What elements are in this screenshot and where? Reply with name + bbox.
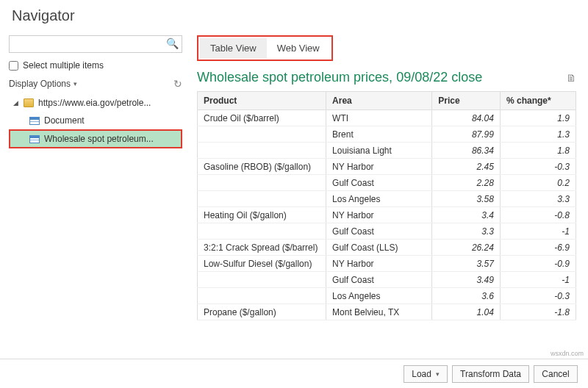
cell-area: Mont Belvieu, TX (326, 304, 432, 320)
cell-product: Crude Oil ($/barrel) (198, 110, 326, 126)
cell-product: Gasoline (RBOB) ($/gallon) (198, 159, 326, 175)
transform-button[interactable]: Transform Data (452, 365, 529, 383)
cell-price: 3.49 (432, 272, 501, 288)
table-row[interactable]: Gulf Coast3.3-1 (198, 223, 576, 240)
cell-product: Propane ($/gallon) (198, 304, 326, 320)
cell-area: NY Harbor (326, 256, 432, 272)
cell-area: Louisiana Light (326, 143, 432, 159)
refresh-icon[interactable]: ↻ (173, 78, 182, 90)
add-column-icon[interactable]: 🗎 (566, 72, 576, 84)
display-options-label: Display Options (9, 79, 71, 89)
source-tree: ◢ https://www.eia.gov/petrole... Documen… (9, 94, 182, 148)
search-icon[interactable]: 🔍 (166, 37, 179, 49)
select-multiple-row[interactable]: Select multiple items (9, 60, 182, 71)
cell-pct: -0.3 (500, 159, 576, 175)
cell-price: 86.34 (432, 143, 501, 159)
transform-label: Transform Data (460, 369, 521, 379)
tree-item-label: Wholesale spot petroleum... (44, 134, 154, 144)
cell-product (198, 126, 326, 143)
cell-pct: 1.8 (500, 143, 576, 159)
select-multiple-checkbox[interactable] (9, 61, 18, 71)
table-row[interactable]: Brent87.991.3 (198, 126, 576, 143)
col-pct[interactable]: % change* (500, 92, 576, 110)
navigator-dialog: Navigator 🔍 Select multiple items Displa… (0, 0, 588, 388)
table-row[interactable]: Gasoline (RBOB) ($/gallon)NY Harbor2.45-… (198, 159, 576, 175)
cell-price: 1.04 (432, 304, 501, 320)
search-box[interactable]: 🔍 (9, 35, 182, 53)
chevron-down-icon: ▾ (436, 370, 440, 378)
cell-area: NY Harbor (326, 207, 432, 223)
cell-area: Gulf Coast (326, 175, 432, 191)
cell-area: Gulf Coast (LLS) (326, 240, 432, 256)
cancel-button[interactable]: Cancel (534, 365, 578, 383)
col-area[interactable]: Area (326, 92, 432, 110)
cell-pct: 3.3 (500, 191, 576, 207)
cell-price: 3.58 (432, 191, 501, 207)
tree-root-node[interactable]: ◢ https://www.eia.gov/petrole... (9, 94, 182, 112)
display-options-button[interactable]: Display Options ▾ (9, 79, 77, 89)
preview-title: Wholesale spot petroleum prices, 09/08/2… (197, 70, 482, 85)
cell-price: 2.28 (432, 175, 501, 191)
cell-price: 3.6 (432, 288, 501, 304)
right-panel: Table View Web View Wholesale spot petro… (190, 31, 588, 359)
cell-product (198, 288, 326, 304)
tree-item-wholesale[interactable]: Wholesale spot petroleum... (9, 129, 182, 148)
cell-pct: -1 (500, 223, 576, 240)
table-icon (29, 117, 40, 125)
cell-pct: -0.9 (500, 256, 576, 272)
tab-web-view[interactable]: Web View (267, 38, 330, 58)
table-row[interactable]: Los Angeles3.6-0.3 (198, 288, 576, 304)
select-multiple-label: Select multiple items (23, 60, 104, 71)
cancel-label: Cancel (542, 369, 569, 379)
tab-table-view[interactable]: Table View (200, 38, 267, 58)
table-row[interactable]: Gulf Coast3.49-1 (198, 272, 576, 288)
cell-area: NY Harbor (326, 159, 432, 175)
cell-pct: 1.3 (500, 126, 576, 143)
cell-price: 3.57 (432, 256, 501, 272)
left-panel: 🔍 Select multiple items Display Options … (0, 31, 190, 359)
cell-pct: -0.3 (500, 288, 576, 304)
cell-product (198, 191, 326, 207)
table-row[interactable]: Crude Oil ($/barrel)WTI84.041.9 (198, 110, 576, 126)
expand-icon[interactable]: ◢ (12, 99, 19, 107)
content-area: 🔍 Select multiple items Display Options … (0, 31, 588, 359)
cell-pct: 1.9 (500, 110, 576, 126)
table-row[interactable]: Propane ($/gallon)Mont Belvieu, TX1.04-1… (198, 304, 576, 320)
preview-header: Wholesale spot petroleum prices, 09/08/2… (197, 70, 576, 85)
cell-area: Los Angeles (326, 288, 432, 304)
cell-product (198, 175, 326, 191)
search-input[interactable] (10, 36, 161, 52)
cell-price: 84.04 (432, 110, 501, 126)
cell-area: Gulf Coast (326, 223, 432, 240)
table-row[interactable]: 3:2:1 Crack Spread ($/barrel)Gulf Coast … (198, 240, 576, 256)
cell-pct: -0.8 (500, 207, 576, 223)
cell-product: Low-Sulfur Diesel ($/gallon) (198, 256, 326, 272)
cell-product (198, 223, 326, 240)
cell-product (198, 143, 326, 159)
cell-price: 87.99 (432, 126, 501, 143)
cell-area: Los Angeles (326, 191, 432, 207)
chevron-down-icon: ▾ (74, 80, 77, 87)
cell-price: 3.4 (432, 207, 501, 223)
cell-area: Gulf Coast (326, 272, 432, 288)
col-price[interactable]: Price (432, 92, 501, 110)
cell-area: Brent (326, 126, 432, 143)
cell-price: 26.24 (432, 240, 501, 256)
tree-item-document[interactable]: Document (9, 112, 182, 129)
table-row[interactable]: Low-Sulfur Diesel ($/gallon)NY Harbor3.5… (198, 256, 576, 272)
folder-icon (24, 98, 34, 107)
cell-price: 2.45 (432, 159, 501, 175)
load-button[interactable]: Load ▾ (404, 365, 448, 383)
table-icon (29, 135, 40, 143)
table-row[interactable]: Heating Oil ($/gallon)NY Harbor3.4-0.8 (198, 207, 576, 223)
tree-root-label: https://www.eia.gov/petrole... (38, 98, 151, 108)
tree-item-label: Document (44, 115, 85, 126)
view-tabs: Table View Web View (197, 35, 333, 61)
table-row[interactable]: Gulf Coast2.280.2 (198, 175, 576, 191)
col-product[interactable]: Product (198, 92, 326, 110)
cell-pct: -1.8 (500, 304, 576, 320)
table-row[interactable]: Los Angeles3.583.3 (198, 191, 576, 207)
table-row[interactable]: Louisiana Light86.341.8 (198, 143, 576, 159)
dialog-title: Navigator (0, 0, 588, 29)
cell-product: 3:2:1 Crack Spread ($/barrel) (198, 240, 326, 256)
